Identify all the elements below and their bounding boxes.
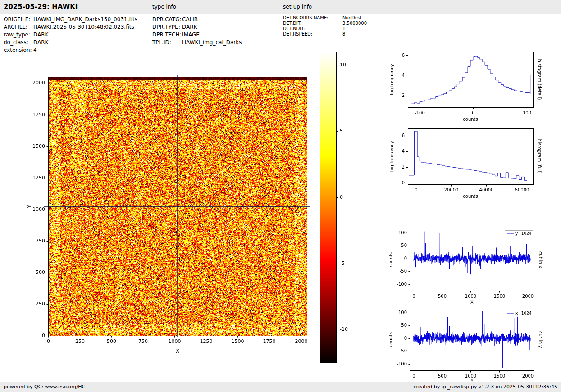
colorbar-canvas bbox=[313, 45, 358, 369]
type-info-heading: type info bbox=[152, 4, 176, 10]
info-value: IMAGE bbox=[182, 32, 200, 38]
histogram-detail-canvas bbox=[387, 44, 561, 126]
info-label: DET.RSPEED: bbox=[283, 32, 342, 36]
cut-in-x-canvas bbox=[385, 222, 561, 308]
info-label: ORIGFILE: bbox=[4, 16, 33, 23]
info-row-dpr-catg: DPR.CATG: CALIB bbox=[152, 16, 242, 24]
footer-created-by: created by qc_rawdisp.py v1.2.3 on 2025-… bbox=[413, 384, 557, 390]
info-label: raw_type: bbox=[4, 32, 33, 38]
histogram-full-canvas bbox=[387, 121, 561, 204]
info-value: DARK bbox=[182, 24, 197, 30]
info-value: HAWKI.2025-05-30T10:48:02.023.fits bbox=[33, 24, 134, 30]
info-row-origfile: ORIGFILE: HAWKI_IMG_DARK_Darks150_0031.f… bbox=[4, 16, 137, 24]
info-value: DARK bbox=[33, 32, 48, 38]
info-label: DET.DIT: bbox=[283, 21, 342, 26]
info-label: DPR.CATG: bbox=[152, 16, 182, 23]
info-row-rawtype: raw_type: DARK bbox=[4, 32, 137, 39]
info-row-dpr-tech: DPR.TECH: IMAGE bbox=[152, 32, 242, 39]
detector-image-canvas bbox=[14, 43, 324, 367]
info-label: DET.NDIT: bbox=[283, 26, 342, 31]
footer-powered-by: powered by QC: www.eso.org/HC bbox=[4, 384, 85, 390]
setup-info-heading: set-up info bbox=[283, 4, 312, 10]
info-label: DPR.TYPE: bbox=[152, 24, 182, 30]
info-label: ARCFILE: bbox=[4, 24, 33, 30]
cut-in-y-canvas bbox=[385, 300, 561, 386]
info-row-ncorrs: DET.NCORRS.NAME: NonDest bbox=[283, 15, 367, 21]
info-label: DET.NCORRS.NAME: bbox=[283, 15, 342, 20]
info-row-dpr-type: DPR.TYPE: DARK bbox=[152, 24, 242, 32]
info-label: DPR.TECH: bbox=[152, 32, 182, 38]
info-row-arcfile: ARCFILE: HAWKI.2025-05-30T10:48:02.023.f… bbox=[4, 24, 137, 32]
info-value: 1 bbox=[342, 26, 345, 31]
info-value: NonDest bbox=[342, 15, 362, 20]
header-bar: 2025-05-29: HAWKI type info set-up info bbox=[0, 0, 561, 14]
page-title: 2025-05-29: HAWKI bbox=[4, 3, 78, 11]
type-info-block: DPR.CATG: CALIB DPR.TYPE: DARK DPR.TECH:… bbox=[152, 16, 242, 47]
info-value: 3.5000000 bbox=[342, 21, 367, 26]
setup-info-block: DET.NCORRS.NAME: NonDest DET.DIT: 3.5000… bbox=[283, 15, 367, 37]
info-row-rspeed: DET.RSPEED: 8 bbox=[283, 32, 367, 37]
info-value: HAWKI_IMG_DARK_Darks150_0031.fits bbox=[33, 16, 137, 23]
info-row-dit: DET.DIT: 3.5000000 bbox=[283, 21, 367, 26]
info-value: CALIB bbox=[182, 16, 198, 23]
info-row-ndit: DET.NDIT: 1 bbox=[283, 26, 367, 32]
footer-bar: powered by QC: www.eso.org/HC created by… bbox=[0, 382, 561, 392]
info-value: 8 bbox=[342, 32, 345, 36]
